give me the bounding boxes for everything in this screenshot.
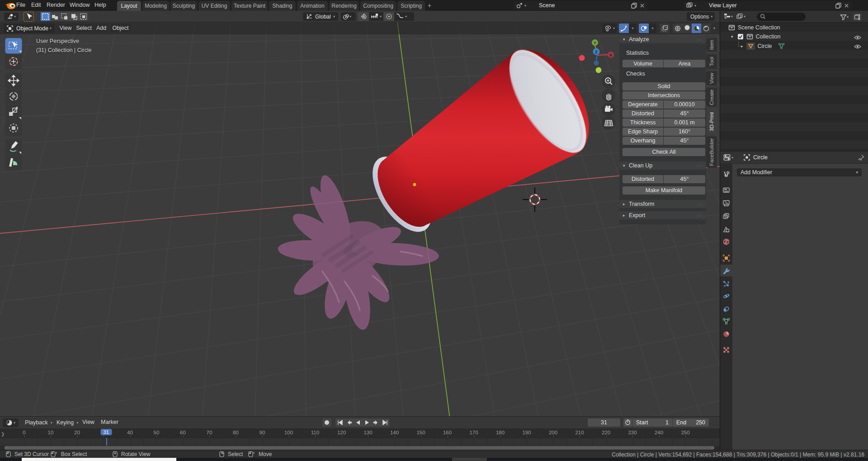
svg-text:Z: Z — [595, 50, 598, 54]
svg-text:Y: Y — [594, 41, 596, 45]
svg-text:X: X — [609, 53, 612, 57]
